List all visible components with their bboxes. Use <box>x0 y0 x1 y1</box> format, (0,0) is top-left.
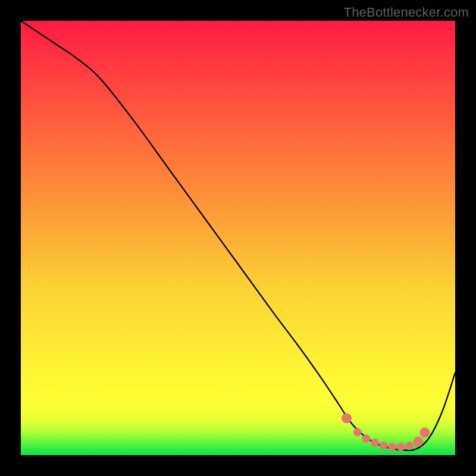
optimal-marker <box>420 428 430 437</box>
watermark-text: TheBottlenecker.com <box>344 5 469 20</box>
optimal-marker <box>371 439 378 446</box>
chart-frame: TheBottlenecker.com <box>0 0 476 476</box>
optimal-marker <box>389 443 396 451</box>
optimal-marker <box>353 428 361 436</box>
plot-area <box>21 21 455 455</box>
optimal-marker <box>380 441 387 449</box>
plot-svg <box>21 21 455 455</box>
optimal-marker <box>342 414 352 423</box>
optimal-marker <box>406 442 414 450</box>
optimal-marker <box>414 437 423 446</box>
optimal-marker <box>362 435 370 443</box>
gradient-background <box>21 21 455 455</box>
optimal-marker <box>397 443 405 451</box>
